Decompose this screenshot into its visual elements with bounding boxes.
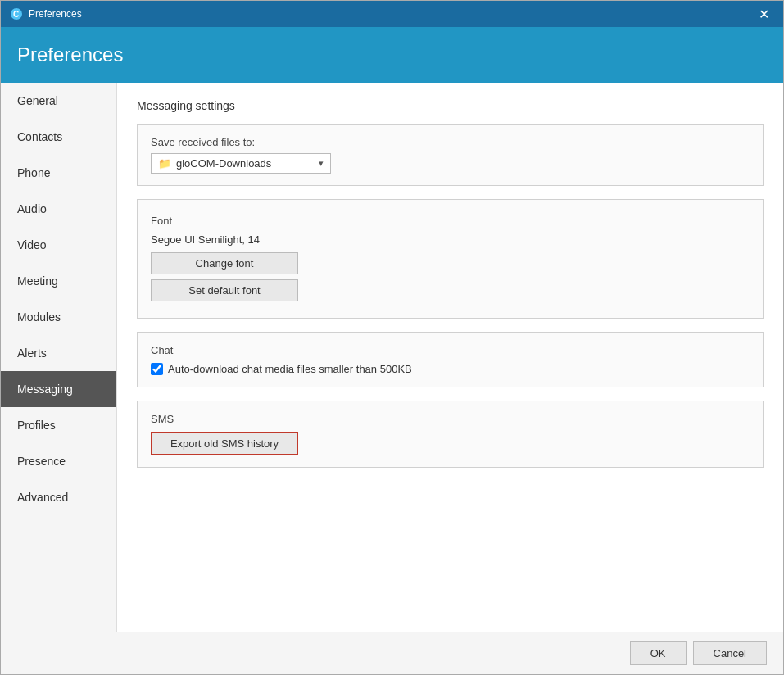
content-area: Messaging settings Save received files t…	[117, 83, 783, 632]
chat-section-label: Chat	[151, 344, 750, 356]
sidebar-item-video[interactable]: Video	[1, 227, 116, 263]
sidebar-item-meeting[interactable]: Meeting	[1, 263, 116, 299]
preferences-window: C Preferences ✕ Preferences General Cont…	[0, 0, 784, 675]
sidebar-item-messaging[interactable]: Messaging	[1, 371, 116, 407]
chat-group: Chat Auto-download chat media files smal…	[137, 332, 764, 387]
change-font-button[interactable]: Change font	[151, 252, 298, 274]
sidebar-item-phone[interactable]: Phone	[1, 155, 116, 191]
save-files-label: Save received files to:	[151, 136, 750, 148]
title-bar-text: Preferences	[29, 8, 752, 20]
sidebar-item-advanced[interactable]: Advanced	[1, 479, 116, 515]
auto-download-label: Auto-download chat media files smaller t…	[168, 363, 412, 375]
sms-section-label: SMS	[151, 413, 750, 425]
main-content: General Contacts Phone Audio Video Meeti…	[1, 83, 783, 632]
app-header-title: Preferences	[17, 43, 123, 66]
sidebar-item-alerts[interactable]: Alerts	[1, 335, 116, 371]
font-section-label: Font	[151, 215, 750, 227]
save-files-group: Save received files to: 📁 gloCOM-Downloa…	[137, 124, 764, 186]
set-default-font-button[interactable]: Set default font	[151, 279, 298, 301]
export-sms-button[interactable]: Export old SMS history	[151, 432, 298, 455]
auto-download-checkbox[interactable]	[151, 363, 163, 375]
svg-text:C: C	[13, 10, 19, 19]
auto-download-row: Auto-download chat media files smaller t…	[151, 363, 750, 375]
cancel-button[interactable]: Cancel	[693, 641, 767, 665]
font-display: Segoe UI Semilight, 14	[151, 233, 750, 246]
chevron-down-icon: ▾	[319, 158, 324, 169]
sidebar-item-profiles[interactable]: Profiles	[1, 407, 116, 443]
sidebar-item-modules[interactable]: Modules	[1, 299, 116, 335]
sidebar-item-audio[interactable]: Audio	[1, 191, 116, 227]
bottom-bar: OK Cancel	[1, 632, 783, 674]
sidebar-item-contacts[interactable]: Contacts	[1, 119, 116, 155]
section-title: Messaging settings	[137, 99, 764, 112]
sidebar-item-general[interactable]: General	[1, 83, 116, 119]
folder-icon: 📁	[158, 157, 171, 170]
sidebar: General Contacts Phone Audio Video Meeti…	[1, 83, 117, 632]
app-icon: C	[9, 7, 24, 21]
folder-dropdown[interactable]: 📁 gloCOM-Downloads ▾	[151, 153, 331, 174]
close-button[interactable]: ✕	[752, 6, 775, 22]
app-header: Preferences	[1, 27, 783, 83]
sidebar-item-presence[interactable]: Presence	[1, 443, 116, 479]
sms-group: SMS Export old SMS history	[137, 401, 764, 468]
folder-name: gloCOM-Downloads	[176, 157, 319, 170]
font-group: Font Segoe UI Semilight, 14 Change font …	[137, 199, 764, 319]
ok-button[interactable]: OK	[630, 641, 687, 665]
title-bar: C Preferences ✕	[1, 1, 783, 27]
